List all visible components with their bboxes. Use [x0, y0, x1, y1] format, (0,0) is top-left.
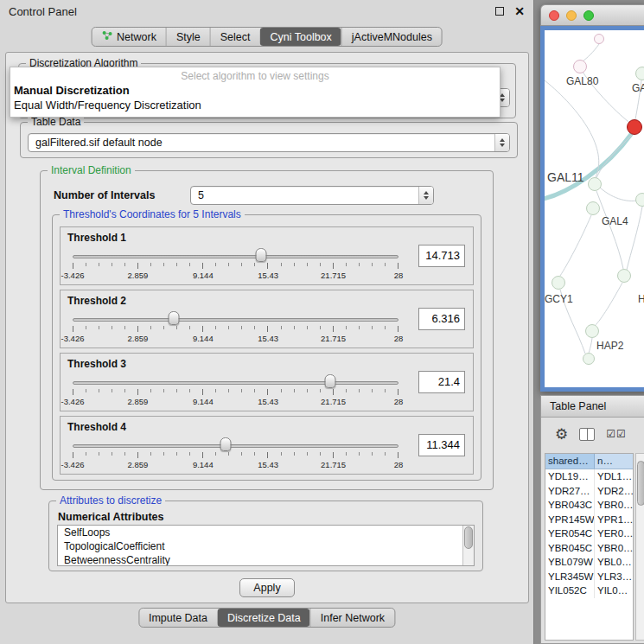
network-edge[interactable]	[583, 44, 599, 61]
slider-thumb[interactable]	[324, 374, 335, 388]
slider-thumb[interactable]	[168, 311, 179, 325]
threshold-value[interactable]: 21.4	[418, 371, 465, 393]
network-node-h[interactable]	[617, 269, 631, 283]
table-cell: YDL1…	[595, 469, 633, 484]
select-columns-icons[interactable]: ☑☑	[606, 428, 627, 440]
table-row[interactable]: YLR345WYLR3…	[545, 570, 633, 584]
top-tab-cyni-toolbox[interactable]: Cyni Toolbox	[259, 28, 341, 46]
num-intervals-combo[interactable]: 5	[190, 186, 434, 205]
network-edge[interactable]	[545, 80, 599, 177]
zoom-traffic-light[interactable]	[583, 10, 594, 21]
bottom-tab-infer-network[interactable]: Infer Network	[310, 609, 394, 627]
table-cell: YLR345W	[545, 570, 595, 584]
network-node[interactable]	[583, 353, 595, 365]
network-node[interactable]	[635, 193, 644, 207]
threshold-slider: -3.4262.8599.14415.4321.71528	[73, 248, 399, 281]
table-cell: YIL052C	[545, 583, 595, 598]
table-row[interactable]: YIL052CYIL0…	[545, 583, 633, 598]
threshold-label: Threshold 2	[67, 295, 126, 307]
network-node-gal11[interactable]	[588, 177, 602, 191]
slider-scale-label: 28	[394, 334, 404, 343]
threshold-value[interactable]: 11.344	[418, 434, 465, 456]
stepper-down-icon	[500, 143, 505, 147]
column-header-name[interactable]: n…	[595, 454, 633, 469]
network-window-titlebar[interactable]	[540, 4, 644, 26]
table-data-combo[interactable]: galFiltered.sif default node	[28, 133, 510, 152]
minimize-button[interactable]	[495, 7, 504, 16]
top-tab-select[interactable]: Select	[210, 28, 260, 46]
dropdown-option-manual-discretization[interactable]: Manual Discretization	[10, 83, 500, 98]
numerical-attributes-listbox: SelfLoopsTopologicalCoefficientBetweenne…	[57, 525, 475, 566]
network-node-hap2[interactable]	[585, 324, 599, 338]
table-data-combo-value: galFiltered.sif default node	[29, 134, 494, 151]
close-traffic-light[interactable]	[549, 10, 559, 21]
table-data-title: Table Data	[28, 116, 84, 128]
network-node-gcy1[interactable]	[552, 276, 565, 290]
slider-track[interactable]	[73, 381, 399, 385]
network-edge[interactable]	[589, 338, 592, 354]
table-row[interactable]: YBL079WYBL0…	[545, 555, 633, 570]
network-edge[interactable]	[560, 215, 591, 276]
network-node-gal4[interactable]	[586, 201, 600, 215]
apply-button[interactable]: Apply	[239, 578, 295, 597]
network-edge[interactable]	[596, 191, 623, 269]
slider-ticks	[73, 326, 399, 332]
threshold-value[interactable]: 14.713	[418, 245, 465, 267]
column-header-shared-name[interactable]: shared…	[545, 454, 595, 469]
network-node-gal80[interactable]	[573, 60, 587, 73]
table-row[interactable]: YDR27…YDR2…	[545, 484, 633, 499]
table-row[interactable]: YDL19…YDL1…	[545, 469, 633, 484]
table-cell: YLR3…	[595, 570, 633, 584]
table-panel-toolbar: ⚙ ☑☑	[541, 418, 644, 450]
slider-thumb[interactable]	[220, 437, 232, 451]
bottom-tab-bar: Impute DataDiscretize DataInfer Network	[138, 608, 395, 628]
num-intervals-combo-stepper[interactable]	[418, 187, 433, 204]
slider-track[interactable]	[73, 444, 399, 448]
list-scrollbar[interactable]	[462, 526, 474, 565]
tab-label: jActiveMNodules	[352, 31, 432, 43]
stepper-up-icon	[424, 191, 429, 194]
table-cell: YDR27…	[545, 484, 595, 499]
table-row[interactable]: YER054CYER0…	[545, 526, 633, 541]
top-tab-network[interactable]: Network	[92, 28, 166, 46]
control-panel-titlebar: Control Panel ✕	[0, 0, 533, 22]
table-rows: YDL19…YDL1…YDR27…YDR2…YBR043CYBR0…YPR145…	[545, 469, 633, 598]
slider-track[interactable]	[73, 318, 399, 322]
columns-icon[interactable]	[579, 428, 595, 441]
slider-track[interactable]	[73, 255, 399, 258]
list-scrollbar-thumb[interactable]	[464, 526, 473, 549]
network-edge[interactable]	[627, 207, 642, 270]
dropdown-option-equal-width-frequency[interactable]: Equal Width/Frequency Discretization	[10, 98, 500, 112]
table-cell: YDL19…	[545, 469, 595, 484]
slider-scale-label: 15.43	[258, 334, 278, 343]
list-item[interactable]: TopologicalCoefficient	[58, 539, 474, 553]
gear-icon[interactable]: ⚙	[555, 427, 568, 442]
bottom-tab-impute-data[interactable]: Impute Data	[139, 609, 217, 627]
network-frame: GAL80GAGAL11GAL4GCY1HHAP2	[540, 26, 644, 392]
list-item[interactable]: SelfLoops	[58, 526, 474, 539]
bottom-tab-discretize-data[interactable]: Discretize Data	[217, 609, 310, 627]
num-intervals-combo-value: 5	[191, 187, 418, 204]
top-tab-jactivemnodules[interactable]: jActiveMNodules	[341, 28, 442, 46]
network-canvas[interactable]: GAL80GAGAL11GAL4GCY1HHAP2	[545, 30, 644, 387]
slider-scale-label: 28	[394, 271, 404, 280]
table-row[interactable]: YBR045CYBR0…	[545, 541, 633, 556]
network-edge-highlight[interactable]	[545, 133, 632, 200]
table-row[interactable]: YPR145WYPR1…	[545, 513, 633, 527]
network-edge[interactable]	[595, 283, 622, 326]
minimize-traffic-light[interactable]	[566, 10, 577, 21]
threshold-value[interactable]: 6.316	[418, 308, 465, 330]
network-node-ga[interactable]	[635, 67, 644, 80]
table-row[interactable]: YBR043CYBR0…	[545, 498, 633, 513]
slider-scale: -3.4262.8599.14415.4321.71528	[73, 397, 399, 406]
top-tab-style[interactable]: Style	[166, 28, 210, 46]
network-node[interactable]	[627, 119, 642, 135]
table-cell: YER0…	[595, 526, 633, 541]
list-item[interactable]: BetweennessCentrality	[58, 553, 474, 566]
table-data-combo-stepper[interactable]	[494, 134, 509, 151]
network-node[interactable]	[594, 34, 604, 44]
table-scrollbar[interactable]	[635, 453, 644, 641]
table-scrollbar-thumb[interactable]	[637, 461, 644, 506]
close-button[interactable]: ✕	[514, 5, 525, 17]
slider-thumb[interactable]	[255, 248, 266, 262]
